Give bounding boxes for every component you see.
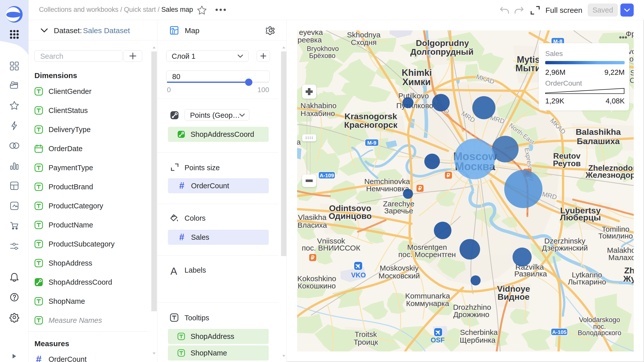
svg-text:M-9: M-9 [367,140,376,146]
svg-text:S: S [630,69,634,77]
svg-text:A-109: A-109 [319,172,334,178]
svg-text:Moskovskiy: Moskovskiy [380,264,419,272]
svg-text:Дзержинский: Дзержинский [542,244,588,252]
svg-text:Одинцово: Одинцово [329,211,372,221]
svg-text:Krasnogorsk: Krasnogorsk [344,111,397,121]
svg-text:Vlasikha: Vlasikha [298,213,327,221]
svg-text:о: о [629,55,634,63]
svg-text:Развилка: Развилка [514,270,547,278]
svg-text:Ci: Ci [630,76,634,84]
svg-text:Балашиха: Балашиха [577,136,620,146]
svg-text:Немчиновка: Немчиновка [366,185,409,193]
svg-text:Московский: Московский [379,272,420,280]
svg-text:A-105: A-105 [552,329,567,335]
svg-text:Заречье: Заречье [384,207,413,215]
svg-text:Лыткарино: Лыткарино [568,278,606,286]
svg-text:Scherbinka: Scherbinka [460,328,498,336]
svg-text:Balashikha: Balashikha [576,127,621,137]
svg-text:реевка: реевка [298,36,322,44]
svg-text:Видное: Видное [497,292,529,301]
svg-text:Сходня: Сходня [351,38,377,46]
svg-text:пос. Мосрентген: пос. Мосрентген [398,250,456,259]
svg-text:Власиха: Власиха [297,221,327,229]
svg-text:Коммунарка: Коммунарка [406,299,449,308]
svg-text:Nakhabino: Nakhabino [300,101,336,110]
svg-text:Малахов: Малахов [608,253,634,262]
svg-text:Dolgoprudny: Dolgoprudny [416,38,469,48]
svg-text:Троицк: Троицк [353,338,378,346]
svg-text:a: a [297,138,301,146]
svg-text:Bryokhovo: Bryokhovo [307,45,339,52]
svg-text:Putilkovo: Putilkovo [398,92,429,100]
svg-text:Фря: Фря [626,30,634,38]
svg-text:Жу: Жу [623,274,634,283]
svg-text:Брёхово: Брёхово [309,52,335,59]
svg-text:Долгопрудный: Долгопрудный [410,47,474,56]
svg-text:OSF: OSF [431,336,445,344]
svg-text:₽: ₽ [418,185,422,192]
svg-text:Volodarskogo: Volodarskogo [579,316,620,324]
svg-text:Люберцы: Люберцы [560,213,601,222]
svg-text:Химки: Химки [402,77,431,87]
svg-text:Кокошкино: Кокошкино [298,282,336,290]
svg-text:Дрожжино: Дрожжино [453,310,489,319]
svg-text:Щербинка: Щербинка [460,336,496,344]
svg-text:VKO: VKO [351,271,366,279]
svg-text:пос. ВНИИССОК: пос. ВНИИССОК [302,244,360,252]
svg-text:Нахабино: Нахабино [301,109,335,117]
svg-text:Реутов: Реутов [553,159,581,168]
svg-text:Troitsk: Troitsk [355,330,377,338]
svg-text:Kommunarka: Kommunarka [405,292,450,300]
svg-text:Путилково: Путилково [396,101,433,110]
svg-text:Красногорск: Красногорск [344,120,398,130]
svg-text:₽: ₽ [447,172,450,178]
svg-text:Skhodnya: Skhodnya [347,31,381,39]
svg-text:Khimki: Khimki [402,68,432,78]
svg-text:Томилино: Томилино [598,232,633,240]
svg-text:Железнодоро: Железнодоро [585,170,634,179]
svg-text:Володарского: Володарского [578,329,621,337]
svg-text:₽: ₽ [311,255,314,261]
